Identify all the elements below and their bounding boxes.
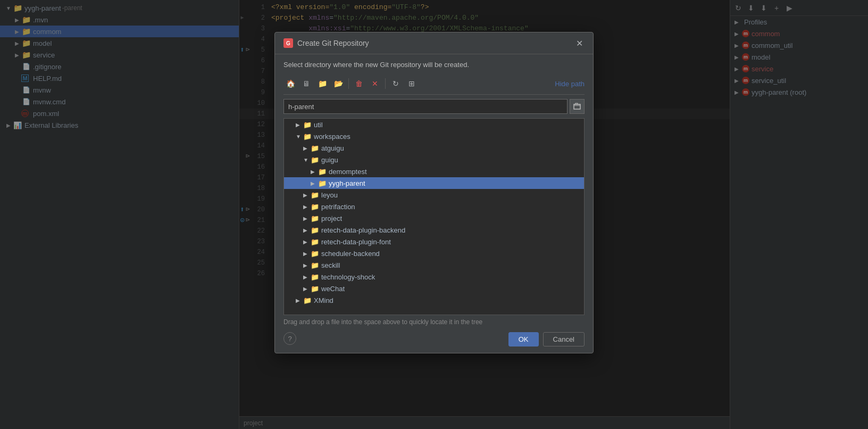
- tree-label: XMind: [314, 296, 333, 304]
- more-options-button[interactable]: ⊞: [405, 77, 419, 90]
- git-logo-icon: G: [283, 38, 293, 48]
- footer-hint: Drag and drop a file into the space abov…: [283, 315, 585, 328]
- tree-label: technology-shock: [321, 273, 375, 281]
- tree-item-scheduler-backend[interactable]: ▶ 📁 scheduler-backend: [284, 248, 584, 259]
- new-folder-button[interactable]: 📁: [315, 77, 329, 90]
- cancel-button[interactable]: Cancel: [543, 332, 585, 346]
- tree-arrow: ▶: [311, 180, 318, 186]
- tree-label: scheduler-backend: [321, 250, 380, 258]
- tree-arrow: ▼: [296, 134, 303, 139]
- tree-label: util: [314, 121, 323, 129]
- modal-footer-buttons: ? OK Cancel: [283, 328, 585, 346]
- tree-item-leyou[interactable]: ▶ 📁 leyou: [284, 189, 584, 201]
- folder-icon: 📁: [311, 273, 319, 281]
- up-folder-button[interactable]: 📂: [331, 77, 345, 90]
- tree-item-retech-backend[interactable]: ▶ 📁 retech-data-plugin-backend: [284, 224, 584, 236]
- tree-arrow: ▶: [303, 216, 311, 221]
- tree-arrow: ▶: [303, 145, 311, 151]
- tree-item-atguigu[interactable]: ▶ 📁 atguigu: [284, 142, 584, 154]
- desktop-button[interactable]: 🖥: [299, 77, 313, 90]
- tree-label: retech-data-plugin-backend: [321, 226, 405, 234]
- tree-arrow: ▶: [303, 192, 311, 198]
- folder-icon: 📁: [311, 191, 319, 199]
- ok-button[interactable]: OK: [508, 332, 539, 346]
- footer-spacer: [301, 332, 504, 346]
- toolbar-separator: [348, 78, 349, 89]
- path-row: [283, 99, 585, 114]
- tree-arrow: ▶: [296, 298, 303, 303]
- tree-label: petrifaction: [321, 203, 355, 211]
- tree-label: project: [321, 214, 342, 222]
- tree-item-guigu[interactable]: ▼ 📁 guigu: [284, 154, 584, 166]
- toolbar-separator2: [385, 78, 386, 89]
- svg-rect-0: [574, 104, 580, 109]
- folder-icon: 📁: [311, 156, 319, 164]
- tree-arrow: ▼: [303, 157, 311, 163]
- tree-item-demomptest[interactable]: ▶ 📁 demomptest: [284, 166, 584, 177]
- tree-item-xmind[interactable]: ▶ 📁 XMind: [284, 294, 584, 306]
- tree-item-wechat[interactable]: ▶ 📁 weChat: [284, 283, 584, 294]
- path-input[interactable]: [283, 99, 567, 114]
- folder-icon: 📁: [311, 226, 319, 234]
- tree-arrow: ▶: [303, 286, 311, 292]
- hide-path-link[interactable]: Hide path: [555, 80, 585, 88]
- help-button[interactable]: ?: [283, 332, 296, 345]
- browse-icon: [573, 103, 581, 110]
- folder-icon: 📁: [318, 179, 327, 187]
- tree-arrow: ▶: [303, 227, 311, 233]
- folder-icon: 📁: [311, 261, 319, 269]
- cancel-path-button[interactable]: ✕: [368, 77, 382, 90]
- path-browse-button[interactable]: [570, 99, 585, 114]
- tree-item-workspaces[interactable]: ▼ 📁 workspaces: [284, 130, 584, 142]
- app-container: ▼ 📁 yygh-parent -parent ▶ 📁 .mvn ▶ 📁 com…: [0, 0, 868, 429]
- tree-arrow: ▶: [303, 239, 311, 245]
- tree-item-seckill[interactable]: ▶ 📁 seckill: [284, 259, 584, 271]
- folder-icon: 📁: [311, 250, 319, 258]
- folder-icon: 📁: [303, 133, 312, 141]
- delete-button[interactable]: 🗑: [352, 77, 366, 90]
- tree-item-petrifaction[interactable]: ▶ 📁 petrifaction: [284, 201, 584, 212]
- tree-item-util[interactable]: ▶ 📁 util: [284, 119, 584, 130]
- modal-body: Select directory where the new Git repos…: [275, 54, 593, 353]
- folder-icon: 📁: [311, 144, 319, 152]
- tree-label: leyou: [321, 191, 338, 199]
- tree-label: yygh-parent: [329, 179, 365, 187]
- folder-icon: 📁: [318, 168, 327, 176]
- tree-label: seckill: [321, 261, 340, 269]
- modal-header: G Create Git Repository ✕: [275, 32, 593, 54]
- modal-overlay: G Create Git Repository ✕ Select directo…: [0, 0, 868, 429]
- tree-label: guigu: [321, 156, 338, 164]
- close-button[interactable]: ✕: [574, 38, 585, 48]
- tree-item-yygh-parent[interactable]: ▶ 📁 yygh-parent: [284, 177, 584, 189]
- create-git-repo-modal: G Create Git Repository ✕ Select directo…: [274, 32, 594, 353]
- tree-label: workspaces: [314, 133, 350, 141]
- tree-label: atguigu: [321, 144, 344, 152]
- tree-item-project[interactable]: ▶ 📁 project: [284, 212, 584, 224]
- folder-icon: 📁: [311, 285, 319, 293]
- tree-label: demomptest: [329, 168, 367, 176]
- tree-arrow: ▶: [303, 251, 311, 257]
- home-button[interactable]: 🏠: [283, 77, 297, 90]
- modal-title: Create Git Repository: [297, 39, 570, 47]
- tree-item-technology-shock[interactable]: ▶ 📁 technology-shock: [284, 271, 584, 283]
- folder-icon: 📁: [311, 214, 319, 222]
- tree-arrow: ▶: [303, 274, 311, 280]
- tree-arrow: ▶: [303, 204, 311, 210]
- modal-description: Select directory where the new Git repos…: [283, 61, 585, 69]
- tree-label: retech-data-plugin-font: [321, 238, 391, 246]
- tree-arrow: ▶: [296, 122, 303, 128]
- refresh-tree-button[interactable]: ↻: [389, 77, 403, 90]
- folder-icon: 📁: [311, 203, 319, 211]
- modal-toolbar: 🏠 🖥 📁 📂 🗑 ✕ ↻ ⊞ Hide path: [283, 75, 585, 95]
- tree-arrow: ▶: [311, 169, 318, 175]
- folder-icon: 📁: [303, 296, 312, 304]
- modal-file-tree: ▶ 📁 util ▼ 📁 workspaces ▶ 📁 atguigu: [283, 118, 585, 315]
- tree-arrow: ▶: [303, 262, 311, 268]
- folder-icon: 📁: [311, 238, 319, 246]
- tree-label: weChat: [321, 285, 345, 293]
- folder-icon: 📁: [303, 121, 312, 129]
- tree-item-retech-font[interactable]: ▶ 📁 retech-data-plugin-font: [284, 236, 584, 248]
